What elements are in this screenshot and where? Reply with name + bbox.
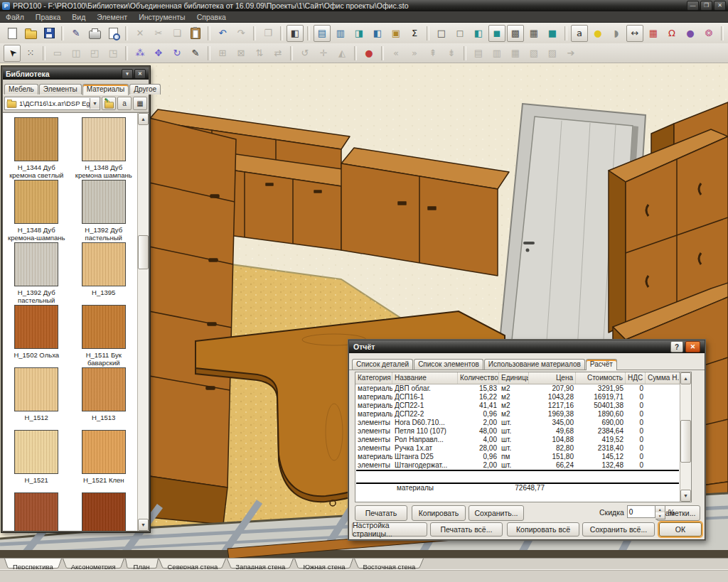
folder-up-button[interactable]: ↰ (102, 97, 116, 110)
library-path-combo[interactable]: 1\ДСП16\1х.ат\DSP Eg ▼ (4, 97, 100, 110)
snap-grid-icon[interactable]: ⁙ (22, 45, 39, 62)
material-item[interactable]: Н_1513 (70, 367, 138, 430)
shadows-icon[interactable]: ◗ (608, 25, 625, 42)
material-item[interactable]: Н_1348 Дуб кремона шампань (70, 117, 138, 180)
view-tab-План[interactable]: План (125, 559, 159, 570)
toggle-properties-panel-icon[interactable]: ◧ (287, 25, 304, 42)
menu-Справка[interactable]: Справка (191, 13, 232, 21)
column-header-Сумма Н...[interactable]: Сумма Н... (646, 372, 680, 384)
button-Печатать[interactable]: Печатать (355, 505, 407, 521)
render-sphere-icon[interactable]: ● (682, 25, 699, 42)
menu-Файл[interactable]: Файл (0, 13, 30, 21)
library-scrollbar[interactable]: ▲ ▼ (137, 113, 149, 531)
spin-up-icon[interactable]: ▲ (655, 506, 665, 512)
button-Сохранить...[interactable]: Сохранить... (469, 505, 524, 521)
view-textured-icon[interactable]: ▩ (507, 25, 524, 42)
select-all-icon[interactable]: ⁂ (132, 45, 149, 62)
menu-Инструменты[interactable]: Инструменты (133, 13, 191, 21)
view-colored-icon[interactable]: ◧ (470, 25, 487, 42)
view-tab-Восточная стена[interactable]: Восточная стена (354, 559, 424, 570)
material-item[interactable]: Н_1520 (3, 492, 70, 531)
table-row[interactable]: материалыДСП22-20,96м21969,381890,600 (355, 410, 680, 419)
show-library-elements-icon[interactable]: ▥ (332, 25, 349, 42)
draw-shape-icon[interactable]: ✎ (187, 45, 204, 62)
table-scrollbar[interactable]: ▲ ▼ (680, 372, 691, 502)
scroll-up-icon[interactable]: ▲ (680, 372, 691, 384)
show-library-furniture-icon[interactable]: ▤ (314, 25, 331, 42)
material-item[interactable]: Н_1511 Бук баварский (70, 305, 138, 367)
button-Настройка страницы...[interactable]: Настройка страницы... (352, 522, 427, 537)
view-tab-Северная стена[interactable]: Северная стена (159, 559, 226, 570)
scroll-down-icon[interactable]: ▼ (138, 519, 149, 531)
table-row[interactable]: элементыПетля 110 (107)48,00шт.49,682384… (355, 427, 680, 436)
dialog-tab-Использование материалов[interactable]: Использование материалов (484, 359, 585, 370)
scroll-up-icon[interactable]: ▲ (138, 113, 149, 125)
library-collapse-button[interactable]: ▾ (122, 69, 133, 79)
material-item[interactable]: Н_1395 (70, 242, 138, 305)
material-item[interactable]: Н_1392 Дуб пастельный (70, 180, 138, 242)
scroll-down-icon[interactable]: ▼ (680, 490, 691, 502)
undo-icon[interactable]: ↶ (214, 25, 231, 42)
column-header-Категория[interactable]: Категория (355, 372, 392, 384)
view-tab-Южная стена[interactable]: Южная стена (294, 559, 353, 570)
show-price-list-icon[interactable]: ▣ (387, 25, 405, 42)
table-row[interactable]: материалыДСП16-116,22м21043,2816919,710 (355, 393, 680, 402)
spin-down-icon[interactable]: ▼ (655, 512, 665, 519)
table-row[interactable]: материалыДВП облаг.15,83м2207,903291,950 (355, 384, 680, 393)
show-library-other-icon[interactable]: ◧ (369, 25, 386, 42)
discount-spinner[interactable]: ▲▼ (655, 505, 665, 519)
scrollbar-thumb[interactable] (680, 420, 691, 463)
dialog-tab-Список элементов[interactable]: Список элементов (414, 359, 483, 370)
rotate-element-icon[interactable]: ↻ (168, 45, 186, 62)
view-wireframe-icon[interactable]: □ (433, 25, 450, 42)
sort-az-button[interactable]: a (117, 97, 132, 110)
button-Копировать[interactable]: Копировать (412, 505, 466, 521)
table-row[interactable]: элементыРол Направл...4,00шт.104,88419,5… (355, 436, 680, 444)
dialog-tab-Расчёт[interactable]: Расчёт (586, 359, 617, 370)
table-row[interactable]: элементыНога D60.710...2,00шт.345,00690,… (355, 419, 680, 427)
view-hidden-lines-icon[interactable]: ◻ (451, 25, 469, 42)
library-tab-Материалы[interactable]: Материалы (82, 84, 129, 95)
library-tab-Элементы[interactable]: Элементы (39, 84, 82, 95)
lighting-icon[interactable]: ● (589, 25, 606, 42)
scrollbar-thumb[interactable] (138, 235, 149, 269)
minimize-button[interactable]: — (687, 1, 699, 11)
material-item[interactable]: Н_1512 (3, 367, 70, 430)
library-tab-Мебель[interactable]: Мебель (4, 84, 38, 95)
menu-Вид[interactable]: Вид (66, 13, 91, 21)
color-wheel-icon[interactable]: ❂ (700, 25, 717, 42)
material-sphere-icon[interactable]: ● (360, 45, 378, 62)
material-item[interactable]: Н_1520 Груша (70, 492, 138, 531)
menu-Правка[interactable]: Правка (30, 13, 66, 21)
maximize-button[interactable]: ❐ (700, 1, 712, 11)
open-project-icon[interactable] (22, 25, 39, 42)
button-ОК[interactable]: ОК (659, 522, 702, 537)
library-tab-Другое[interactable]: Другое (129, 84, 161, 95)
view-shaded-icon[interactable]: ◼ (488, 25, 505, 42)
dialog-title-bar[interactable]: Отчёт ? ✕ (349, 340, 705, 353)
material-item[interactable]: Н_1521 (3, 430, 70, 492)
table-row[interactable]: материалыШтанга D250,96пм151,80145,120 (355, 453, 680, 461)
show-library-materials-icon[interactable]: ◨ (350, 25, 368, 42)
help-button[interactable]: ? (670, 341, 683, 352)
table-row[interactable]: материалыДСП22-141,41м21217,1650401,380 (355, 402, 680, 410)
column-header-Единицы[interactable]: Единицы (499, 372, 529, 384)
view-details-button[interactable]: ▦ (133, 97, 147, 110)
button-Сохранить всё...[interactable]: Сохранить всё... (582, 522, 655, 537)
column-header-Стоимость[interactable]: Стоимость (576, 372, 626, 384)
close-button[interactable]: ✕ (714, 1, 726, 11)
show-labels-icon[interactable]: a (571, 25, 588, 42)
move-element-icon[interactable]: ✥ (150, 45, 167, 62)
column-header-Количество[interactable]: Количество (458, 372, 499, 384)
paste-icon[interactable] (187, 25, 204, 42)
discount-input[interactable]: 0 (627, 505, 655, 518)
table-row[interactable]: элементыШтангодержат...2,00шт.66,24132,4… (355, 461, 680, 470)
button-Копировать всё[interactable]: Копировать всё (507, 522, 579, 537)
column-header-НДС[interactable]: НДС (626, 372, 646, 384)
material-item[interactable]: Н_1348 Дуб кремона-шампань (3, 180, 70, 242)
chevron-down-icon[interactable]: ▼ (90, 98, 100, 109)
dialog-tab-Список деталей[interactable]: Список деталей (352, 359, 413, 370)
material-item[interactable]: Н_1344 Дуб кремона светлый (3, 117, 70, 180)
view-final-icon[interactable]: ■ (544, 25, 561, 42)
table-row[interactable]: элементыРучка 1х.ат28,00шт.82,802318,400 (355, 444, 680, 453)
